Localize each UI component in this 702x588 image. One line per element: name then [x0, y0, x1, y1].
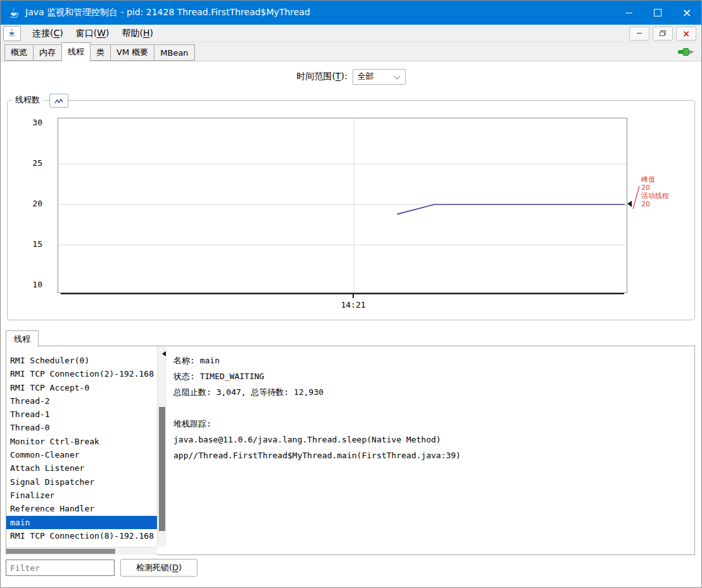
mdi-window-controls: × — [629, 27, 696, 41]
main-tab[interactable]: 内存 — [33, 44, 62, 61]
chevron-down-icon — [394, 73, 400, 79]
thread-detail-line: app//Thread.FirstThread$MyThread.main(Fi… — [173, 447, 694, 463]
y-axis-tick-label: 10 — [32, 280, 42, 290]
chart-annotation: 峰值 20 活动线程 20 — [641, 175, 686, 208]
titlebar: Java 监视和管理控制台 - pid: 21428 Thread.FirstT… — [1, 1, 701, 25]
thread-list-item[interactable]: Thread-0 — [6, 421, 157, 434]
mdi-minimize-icon — [637, 33, 642, 34]
threads-panel: RMI Scheduler(0)RMI TCP Connection(2)-19… — [6, 346, 695, 555]
menu-item[interactable]: 窗口(W) — [70, 26, 116, 41]
main-tabs: 概览内存线程类VM 概要MBean — [1, 42, 194, 61]
main-tab[interactable]: 概览 — [4, 44, 34, 61]
x-axis-line — [61, 293, 624, 294]
main-tab[interactable]: VM 概要 — [110, 44, 154, 61]
horizontal-scrollbar-thumb[interactable] — [6, 549, 115, 554]
minimize-button[interactable] — [614, 1, 643, 25]
jconsole-window: { "window": { "title": "Java 监视和管理控制台 - … — [0, 0, 702, 588]
vertical-scrollbar-thumb[interactable] — [159, 407, 165, 531]
thread-list-item[interactable]: Finalizer — [6, 489, 157, 502]
peak-label: 峰值 — [641, 175, 686, 184]
java-logo-icon — [8, 7, 20, 18]
connection-status-icon — [677, 47, 694, 57]
main-tab[interactable]: MBean — [154, 44, 194, 61]
x-axis-tick-label: 14:21 — [334, 300, 372, 310]
thread-list-item[interactable]: RMI TCP Connection(8)-192.168 — [6, 529, 157, 542]
mdi-restore-button[interactable] — [653, 27, 673, 41]
peak-value: 20 — [641, 184, 686, 192]
thread-detail-line: 状态: TIMED_WAITING — [173, 368, 694, 384]
horizontal-scrollbar[interactable] — [6, 547, 157, 555]
chart-detail-button[interactable] — [49, 94, 68, 108]
main-tab[interactable]: 线程 — [61, 42, 91, 61]
vertical-scrollbar[interactable] — [157, 346, 166, 547]
y-axis-tick-label: 30 — [32, 118, 42, 128]
mdi-close-button[interactable]: × — [676, 27, 696, 41]
java-menu-button[interactable] — [3, 26, 21, 41]
thread-list-item[interactable]: main — [6, 516, 157, 529]
maximize-button[interactable] — [643, 1, 672, 25]
thread-list-item[interactable]: Thread-1 — [6, 408, 157, 421]
thread-count-chart — [58, 118, 627, 293]
main-tab[interactable]: 类 — [90, 44, 111, 61]
y-axis-tick-label: 15 — [32, 239, 42, 249]
splitter-collapse-icon[interactable] — [162, 351, 166, 356]
time-range-value: 全部 — [358, 71, 374, 82]
lower-tabs: 线程 — [6, 330, 39, 347]
thread-list-item[interactable]: Thread-2 — [6, 394, 157, 408]
current-value-marker-icon — [627, 201, 632, 207]
chart-title: 线程数 — [12, 94, 43, 106]
mdi-restore-icon — [660, 30, 666, 36]
menubar: 连接(C)窗口(W)帮助(H) × — [1, 25, 701, 42]
zigzag-chart-icon — [54, 95, 63, 107]
maximize-icon — [654, 9, 661, 16]
thread-list-item[interactable]: RMI TCP Connection(2)-192.168 — [6, 367, 157, 380]
mdi-minimize-button[interactable] — [629, 27, 649, 41]
thread-list-item[interactable]: Monitor Ctrl-Break — [6, 435, 157, 448]
thread-detail-line — [173, 400, 694, 416]
x-axis-tick — [353, 294, 354, 298]
active-threads-label: 活动线程 — [641, 192, 686, 200]
lower-tab-threads[interactable]: 线程 — [6, 330, 39, 347]
menu-items: 连接(C)窗口(W)帮助(H) — [26, 26, 160, 41]
thread-list: RMI Scheduler(0)RMI TCP Connection(2)-19… — [6, 346, 157, 547]
thread-list-item[interactable]: Common-Cleaner — [6, 448, 157, 461]
close-icon: × — [682, 7, 691, 18]
menu-item[interactable]: 帮助(H) — [116, 26, 160, 41]
main-tabstrip: 概览内存线程类VM 概要MBean — [1, 42, 701, 61]
menu-item[interactable]: 连接(C) — [26, 26, 70, 41]
close-button[interactable]: × — [672, 1, 701, 25]
detect-deadlock-button[interactable]: 检测死锁(D) — [120, 559, 197, 577]
thread-list-item[interactable]: RMI Scheduler(0) — [6, 354, 157, 367]
y-axis-labels: 3025201510 — [16, 118, 42, 290]
thread-detail-line: 总阻止数: 3,047, 总等待数: 12,930 — [173, 384, 694, 400]
chart-series — [58, 118, 627, 292]
window-title: Java 监视和管理控制台 - pid: 21428 Thread.FirstT… — [25, 7, 310, 18]
thread-detail-line: java.base@11.0.6/java.lang.Thread.sleep(… — [173, 432, 694, 447]
thread-detail-line: 名称: main — [173, 353, 694, 368]
thread-detail-line: 堆栈跟踪: — [173, 416, 694, 432]
mdi-close-icon: × — [682, 29, 690, 38]
window-controls: × — [614, 1, 701, 25]
thread-list-item[interactable]: Reference Handler — [6, 502, 157, 515]
thread-list-item[interactable]: RMI TCP Accept-0 — [6, 381, 157, 394]
thread-list-item[interactable]: Signal Dispatcher — [6, 475, 157, 489]
time-range-label: 时间范围(T): — [296, 71, 347, 82]
thread-list-item[interactable]: Attach Listener — [6, 461, 157, 475]
annotation-pointer-icon — [632, 184, 641, 213]
y-axis-tick-label: 25 — [32, 158, 42, 168]
y-axis-tick-label: 20 — [32, 199, 42, 209]
minimize-icon — [625, 13, 632, 13]
java-cup-icon — [8, 27, 16, 39]
active-threads-value: 20 — [641, 200, 686, 208]
thread-detail: 名称: main状态: TIMED_WAITING总阻止数: 3,047, 总等… — [167, 346, 694, 546]
time-range-row: 时间范围(T): 全部 — [1, 64, 701, 89]
time-range-select[interactable]: 全部 — [353, 69, 406, 85]
filter-input[interactable] — [6, 560, 115, 576]
